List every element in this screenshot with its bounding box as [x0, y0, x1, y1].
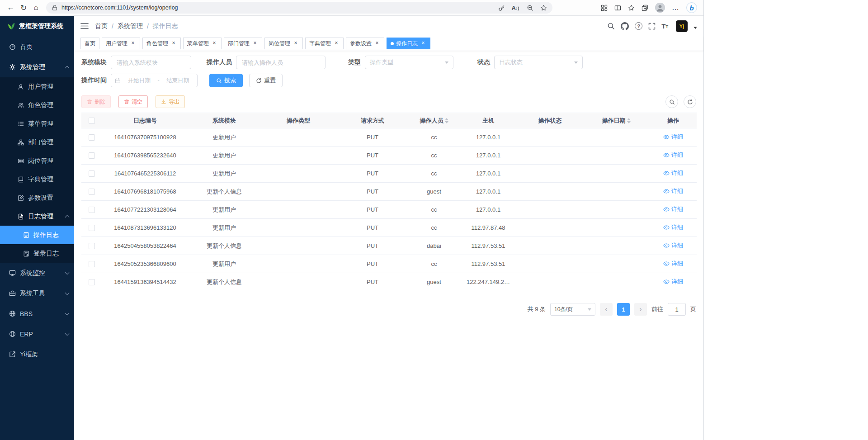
tab-close-icon[interactable]: × — [170, 40, 177, 47]
split-screen-icon[interactable] — [614, 5, 621, 11]
sidebar-item-menu-mgmt[interactable]: 菜单管理 — [0, 114, 74, 133]
read-aloud-icon[interactable]: A — [512, 5, 520, 11]
tab-role-mgmt[interactable]: 角色管理× — [142, 38, 181, 49]
page-1-button[interactable]: 1 — [617, 303, 630, 316]
sidebar-item-operlog[interactable]: 操作日志 — [0, 226, 74, 244]
row-checkbox[interactable] — [89, 243, 95, 249]
detail-link[interactable]: 详细 — [663, 241, 683, 250]
collections-icon[interactable] — [642, 5, 648, 11]
tab-param-settings[interactable]: 参数设置× — [346, 38, 384, 49]
profile-avatar[interactable] — [655, 3, 665, 13]
detail-link[interactable]: 详细 — [663, 223, 683, 232]
row-checkbox[interactable] — [89, 170, 95, 177]
row-checkbox[interactable] — [89, 279, 95, 285]
address-bar[interactable]: https://ccnetcore.com:1101/system/log/op… — [46, 2, 552, 14]
tab-user-mgmt[interactable]: 用户管理× — [102, 38, 140, 49]
sort-icon[interactable] — [627, 118, 631, 123]
prev-page-button[interactable]: ‹ — [600, 303, 613, 316]
sidebar-item-dict-mgmt[interactable]: 字典管理 — [0, 170, 74, 189]
tab-post-mgmt[interactable]: 岗位管理× — [264, 38, 303, 49]
extensions-icon[interactable] — [601, 5, 608, 11]
font-size-icon[interactable]: T T — [661, 23, 668, 29]
password-key-icon[interactable] — [498, 5, 505, 11]
module-input[interactable] — [111, 56, 191, 69]
detail-link[interactable]: 详细 — [663, 187, 683, 195]
sidebar-item-monitor[interactable]: 系统监控 — [0, 263, 74, 283]
breadcrumb-system[interactable]: 系统管理 — [118, 22, 143, 30]
tab-menu-mgmt[interactable]: 菜单管理× — [183, 38, 222, 49]
tab-dict-mgmt[interactable]: 字典管理× — [305, 38, 344, 49]
clear-button[interactable]: 清空 — [118, 95, 148, 108]
github-icon[interactable] — [621, 22, 629, 30]
row-checkbox[interactable] — [89, 207, 95, 213]
user-avatar[interactable]: Yj — [676, 20, 688, 32]
sidebar-item-log-mgmt[interactable]: 日志管理 — [0, 207, 74, 226]
reset-button[interactable]: 重置 — [249, 74, 283, 87]
help-icon[interactable]: ? — [635, 22, 642, 30]
sidebar-item-tools[interactable]: 系统工具 — [0, 283, 74, 303]
browser-refresh-button[interactable]: ↻ — [17, 1, 30, 14]
tab-close-icon[interactable]: × — [374, 40, 380, 47]
sidebar-item-role-mgmt[interactable]: 角色管理 — [0, 96, 74, 114]
row-checkbox[interactable] — [89, 189, 95, 195]
sidebar-item-loginlog[interactable]: 登录日志 — [0, 244, 74, 263]
browser-back-button[interactable]: ← — [5, 1, 17, 14]
tab-close-icon[interactable]: × — [211, 40, 217, 47]
tab-close-icon[interactable]: × — [130, 40, 136, 47]
favorites-bar-icon[interactable] — [628, 5, 635, 11]
search-icon[interactable] — [607, 22, 615, 30]
detail-link[interactable]: 详细 — [663, 151, 683, 159]
browser-more-icon[interactable]: … — [672, 4, 679, 12]
search-button[interactable]: 搜索 — [209, 74, 243, 87]
page-size-select[interactable]: 10条/页 — [550, 303, 595, 316]
delete-button[interactable]: 删除 — [81, 95, 111, 108]
date-range-picker[interactable]: 开始日期 - 结束日期 — [111, 74, 198, 87]
detail-link[interactable]: 详细 — [663, 205, 683, 213]
copilot-icon[interactable]: b — [686, 2, 697, 13]
type-select[interactable]: 操作类型 — [365, 56, 453, 69]
fullscreen-icon[interactable] — [648, 23, 656, 30]
tab-home[interactable]: 首页 — [80, 38, 99, 49]
sidebar-item-dept-mgmt[interactable]: 部门管理 — [0, 133, 74, 151]
toggle-search-button[interactable] — [665, 95, 678, 108]
sidebar-item-param-settings[interactable]: 参数设置 — [0, 189, 74, 207]
sidebar-item-user-mgmt[interactable]: 用户管理 — [0, 77, 74, 96]
sidebar-item-erp[interactable]: ERP — [0, 324, 74, 344]
tab-operlog[interactable]: 操作日志× — [387, 38, 430, 49]
refresh-table-button[interactable] — [684, 95, 696, 108]
operator-input[interactable] — [236, 56, 326, 69]
col-date[interactable]: 操作日期 — [583, 113, 650, 128]
tab-close-icon[interactable]: × — [420, 40, 426, 47]
site-lock-icon[interactable] — [52, 5, 58, 11]
col-operator[interactable]: 操作人员 — [409, 113, 459, 128]
sidebar-item-post-mgmt[interactable]: 岗位管理 — [0, 151, 74, 170]
detail-link[interactable]: 详细 — [663, 260, 683, 268]
next-page-button[interactable]: › — [634, 303, 647, 316]
browser-home-button[interactable]: ⌂ — [30, 1, 42, 14]
sidebar-item-yi-frame[interactable]: Yi框架 — [0, 344, 74, 364]
export-button[interactable]: 导出 — [156, 95, 185, 108]
detail-link[interactable]: 详细 — [663, 133, 683, 141]
row-checkbox[interactable] — [89, 261, 95, 267]
row-checkbox[interactable] — [89, 152, 95, 159]
detail-link[interactable]: 详细 — [663, 278, 683, 286]
tab-close-icon[interactable]: × — [252, 40, 258, 47]
sort-icon[interactable] — [445, 118, 448, 123]
app-logo[interactable]: 意框架管理系统 — [0, 16, 74, 37]
goto-page-input[interactable] — [668, 303, 686, 316]
row-checkbox[interactable] — [89, 134, 95, 141]
tab-close-icon[interactable]: × — [292, 40, 299, 47]
sidebar-item-bbs[interactable]: BBS — [0, 303, 74, 324]
detail-link[interactable]: 详细 — [663, 169, 683, 177]
zoom-out-icon[interactable] — [527, 5, 533, 11]
user-menu-caret-icon[interactable] — [693, 27, 697, 29]
select-all-checkbox[interactable] — [89, 118, 95, 124]
row-checkbox[interactable] — [89, 225, 95, 231]
sidebar-item-home[interactable]: 首页 — [0, 37, 74, 57]
tab-dept-mgmt[interactable]: 部门管理× — [224, 38, 262, 49]
breadcrumb-home[interactable]: 首页 — [95, 22, 108, 30]
sidebar-toggle-icon[interactable] — [80, 23, 89, 29]
favorites-add-icon[interactable] — [540, 5, 547, 11]
tab-close-icon[interactable]: × — [333, 40, 340, 47]
url-text[interactable]: https://ccnetcore.com:1101/system/log/op… — [61, 5, 495, 11]
